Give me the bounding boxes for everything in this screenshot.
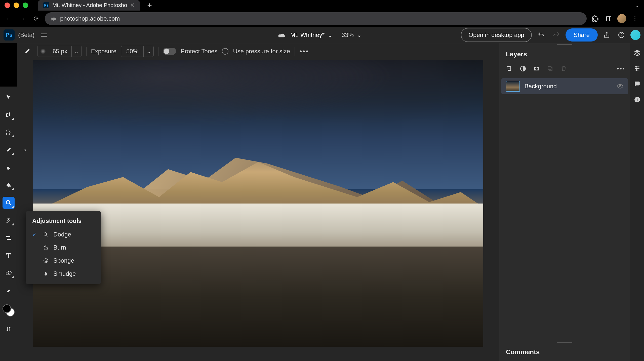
svg-point-27	[638, 68, 639, 69]
svg-point-13	[46, 260, 47, 261]
group-icon[interactable]	[545, 63, 556, 74]
window-titlebar: Ps Mt. Whitney - Adobe Photosho ✕ + ⌄	[0, 0, 644, 11]
tab-title: Mt. Whitney - Adobe Photosho	[52, 2, 127, 9]
properties-rail-icon[interactable]	[632, 63, 642, 73]
separator	[158, 47, 158, 56]
selection-tool[interactable]	[3, 126, 15, 138]
svg-point-8	[8, 271, 11, 274]
layer-thumbnail[interactable]	[506, 81, 520, 92]
heal-tool[interactable]	[3, 214, 15, 226]
user-avatar[interactable]	[630, 30, 640, 40]
chevron-down-icon: ⌄	[357, 31, 362, 38]
delete-layer-icon[interactable]	[558, 63, 569, 74]
svg-point-5	[6, 200, 10, 204]
move-tool[interactable]	[3, 91, 15, 103]
new-tab-button[interactable]: +	[147, 1, 152, 10]
layers-more-icon[interactable]: •••	[617, 65, 625, 72]
burn-icon	[42, 245, 49, 250]
flyout-item-sponge[interactable]: Sponge	[26, 254, 101, 267]
url-bar[interactable]: ◉ photoshop.adobe.com	[45, 12, 587, 25]
separator	[295, 47, 295, 56]
layer-name: Background	[525, 83, 557, 90]
crop-tool[interactable]	[3, 232, 15, 244]
panel-grip[interactable]	[499, 338, 630, 343]
chrome-menu-icon[interactable]: ⋮	[630, 14, 640, 24]
brush-tool[interactable]	[3, 144, 15, 156]
layers-rail-icon[interactable]	[632, 48, 642, 58]
brush-preview	[37, 49, 49, 54]
browser-tab[interactable]: Ps Mt. Whitney - Adobe Photosho ✕	[38, 0, 140, 11]
flyout-item-label: Dodge	[53, 231, 71, 238]
mask-icon[interactable]	[531, 63, 542, 74]
transform-tool[interactable]	[3, 109, 15, 121]
pressure-size-label: Use pressure for size	[233, 48, 290, 55]
protect-tones-toggle[interactable]	[163, 48, 176, 55]
tab-close-icon[interactable]: ✕	[130, 2, 135, 9]
chevron-down-icon[interactable]: ⌄	[143, 46, 153, 57]
sidepanel-icon[interactable]	[604, 14, 614, 24]
canvas[interactable]	[33, 60, 483, 347]
tabs-overflow-icon[interactable]: ⌄	[635, 2, 639, 8]
eyedropper-tool[interactable]	[3, 285, 15, 297]
zoom-selector[interactable]: 33% ⌄	[337, 29, 366, 41]
forward-button[interactable]: →	[18, 14, 28, 24]
reload-button[interactable]: ⟳	[31, 14, 41, 24]
ruler-marker: ○	[23, 147, 26, 153]
layers-panel: Layers ••• Background Comments	[499, 43, 630, 361]
shape-tool[interactable]	[3, 267, 15, 279]
profile-avatar[interactable]	[617, 14, 626, 23]
document-title[interactable]: Mt. Whitney* ⌄	[290, 31, 333, 38]
pressure-size-radio[interactable]	[222, 48, 228, 55]
extensions-icon[interactable]	[590, 14, 600, 24]
comments-rail-icon[interactable]	[632, 79, 642, 89]
redo-button[interactable]	[550, 29, 562, 41]
window-min-btn[interactable]	[14, 3, 19, 8]
window-close-btn[interactable]	[5, 3, 10, 8]
info-rail-icon[interactable]: i	[632, 95, 642, 105]
window-max-btn[interactable]	[23, 3, 28, 8]
back-button[interactable]: ←	[4, 14, 14, 24]
swap-colors-icon[interactable]	[3, 323, 15, 335]
flyout-item-label: Burn	[53, 244, 66, 251]
flyout-item-smudge[interactable]: Smudge	[26, 267, 101, 280]
ps-logo[interactable]: Ps	[4, 29, 15, 41]
help-icon[interactable]	[616, 29, 627, 41]
svg-line-6	[9, 204, 11, 205]
adjustment-tool[interactable]	[3, 197, 15, 209]
exposure-selector[interactable]: 50% ⌄	[121, 46, 154, 57]
separator	[86, 47, 87, 56]
site-info-icon[interactable]: ◉	[51, 15, 56, 22]
chevron-down-icon[interactable]: ⌄	[71, 46, 82, 57]
eraser-tool[interactable]	[3, 162, 15, 174]
svg-point-23	[619, 86, 621, 87]
fill-tool[interactable]	[3, 179, 15, 191]
flyout-title: Adjustment tools	[26, 215, 101, 228]
undo-button[interactable]	[535, 29, 547, 41]
flyout-item-burn[interactable]: Burn	[26, 241, 101, 254]
layer-row[interactable]: Background	[501, 78, 628, 94]
layer-visibility-icon[interactable]	[617, 84, 623, 89]
comments-title[interactable]: Comments	[499, 343, 630, 361]
panel-grip[interactable]	[499, 43, 630, 46]
more-options-icon[interactable]: •••	[299, 47, 309, 55]
foreground-color[interactable]	[3, 304, 11, 313]
export-icon[interactable]	[601, 29, 612, 41]
hamburger-menu[interactable]	[38, 30, 50, 40]
browser-toolbar: ← → ⟳ ◉ photoshop.adobe.com ⋮	[0, 11, 644, 27]
sponge-icon	[42, 258, 49, 263]
zoom-value: 33%	[342, 31, 354, 38]
svg-point-25	[635, 66, 636, 67]
svg-line-10	[47, 235, 48, 236]
chevron-down-icon: ⌄	[328, 31, 333, 38]
cloud-sync-icon[interactable]	[278, 32, 286, 38]
document-name-label: Mt. Whitney*	[290, 31, 325, 38]
svg-point-9	[44, 233, 47, 235]
adjustment-layer-icon[interactable]	[517, 63, 529, 74]
share-button[interactable]: Share	[566, 28, 598, 42]
color-swatches[interactable]	[3, 304, 15, 316]
brush-size-selector[interactable]: 65 px ⌄	[37, 46, 82, 57]
add-layer-icon[interactable]	[504, 63, 515, 74]
type-tool[interactable]: T	[3, 250, 15, 262]
open-desktop-button[interactable]: Open in desktop app	[461, 28, 532, 42]
flyout-item-dodge[interactable]: ✓ Dodge	[26, 228, 101, 241]
